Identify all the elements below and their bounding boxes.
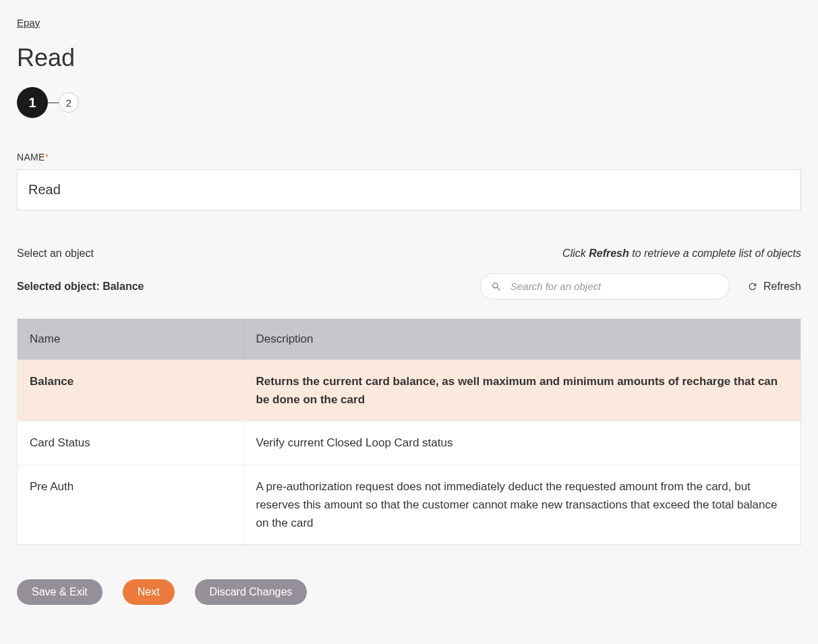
stepper: 1 2 — [17, 87, 801, 118]
col-header-name: Name — [18, 319, 243, 360]
required-asterisk: * — [45, 152, 49, 163]
discard-changes-button[interactable]: Discard Changes — [195, 579, 308, 605]
search-input[interactable] — [480, 273, 730, 299]
table-row[interactable]: Card StatusVerify current Closed Loop Ca… — [18, 421, 800, 465]
refresh-hint: Click Refresh to retrieve a complete lis… — [562, 247, 801, 260]
name-input[interactable] — [17, 169, 801, 210]
page-title: Read — [17, 44, 801, 72]
cell-description: Returns the current card balance, as wel… — [243, 360, 800, 421]
step-2[interactable]: 2 — [59, 92, 79, 113]
refresh-label: Refresh — [763, 281, 801, 293]
save-exit-button[interactable]: Save & Exit — [17, 579, 103, 605]
refresh-icon — [747, 281, 758, 292]
table-row[interactable]: Pre AuthA pre-authorization request does… — [18, 465, 800, 545]
next-button[interactable]: Next — [123, 579, 175, 605]
step-connector — [48, 103, 59, 103]
name-field-label: NAME* — [17, 152, 801, 163]
cell-description: Verify current Closed Loop Card status — [243, 421, 800, 465]
cell-name: Balance — [18, 360, 243, 421]
step-1[interactable]: 1 — [17, 87, 48, 118]
cell-description: A pre-authorization request does not imm… — [243, 465, 800, 545]
refresh-button[interactable]: Refresh — [747, 281, 801, 293]
selected-object-label: Selected object: Balance — [17, 281, 144, 293]
col-header-description: Description — [243, 319, 800, 360]
breadcrumb-epay[interactable]: Epay — [17, 17, 40, 28]
select-object-label: Select an object — [17, 247, 94, 260]
object-table: Name Description BalanceReturns the curr… — [18, 319, 800, 545]
object-table-wrapper: Name Description BalanceReturns the curr… — [17, 318, 801, 546]
cell-name: Pre Auth — [18, 465, 243, 545]
cell-name: Card Status — [18, 421, 243, 465]
table-row[interactable]: BalanceReturns the current card balance,… — [18, 360, 800, 421]
